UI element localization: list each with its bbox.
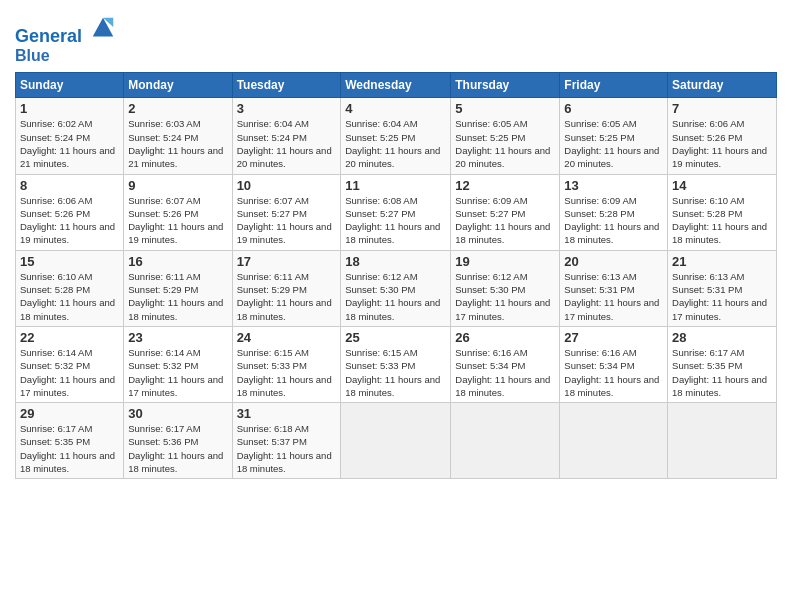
day-info: Sunrise: 6:16 AM Sunset: 5:34 PM Dayligh… (564, 346, 663, 399)
calendar-cell: 25 Sunrise: 6:15 AM Sunset: 5:33 PM Dayl… (341, 326, 451, 402)
day-number: 10 (237, 178, 337, 193)
day-number: 23 (128, 330, 227, 345)
day-info: Sunrise: 6:11 AM Sunset: 5:29 PM Dayligh… (128, 270, 227, 323)
day-info: Sunrise: 6:14 AM Sunset: 5:32 PM Dayligh… (128, 346, 227, 399)
calendar-cell: 27 Sunrise: 6:16 AM Sunset: 5:34 PM Dayl… (560, 326, 668, 402)
logo-text: General (15, 14, 117, 47)
day-number: 18 (345, 254, 446, 269)
day-number: 4 (345, 101, 446, 116)
calendar-cell: 24 Sunrise: 6:15 AM Sunset: 5:33 PM Dayl… (232, 326, 341, 402)
calendar-cell: 26 Sunrise: 6:16 AM Sunset: 5:34 PM Dayl… (451, 326, 560, 402)
day-info: Sunrise: 6:14 AM Sunset: 5:32 PM Dayligh… (20, 346, 119, 399)
calendar-table: SundayMondayTuesdayWednesdayThursdayFrid… (15, 72, 777, 479)
calendar-cell: 16 Sunrise: 6:11 AM Sunset: 5:29 PM Dayl… (124, 250, 232, 326)
day-number: 14 (672, 178, 772, 193)
calendar-cell: 12 Sunrise: 6:09 AM Sunset: 5:27 PM Dayl… (451, 174, 560, 250)
calendar-cell: 19 Sunrise: 6:12 AM Sunset: 5:30 PM Dayl… (451, 250, 560, 326)
calendar-cell: 8 Sunrise: 6:06 AM Sunset: 5:26 PM Dayli… (16, 174, 124, 250)
day-info: Sunrise: 6:13 AM Sunset: 5:31 PM Dayligh… (564, 270, 663, 323)
day-number: 24 (237, 330, 337, 345)
calendar-cell (451, 403, 560, 479)
day-number: 19 (455, 254, 555, 269)
day-number: 11 (345, 178, 446, 193)
day-info: Sunrise: 6:12 AM Sunset: 5:30 PM Dayligh… (345, 270, 446, 323)
day-info: Sunrise: 6:09 AM Sunset: 5:27 PM Dayligh… (455, 194, 555, 247)
day-number: 22 (20, 330, 119, 345)
day-info: Sunrise: 6:17 AM Sunset: 5:36 PM Dayligh… (128, 422, 227, 475)
calendar-header-row: SundayMondayTuesdayWednesdayThursdayFrid… (16, 73, 777, 98)
calendar-cell: 21 Sunrise: 6:13 AM Sunset: 5:31 PM Dayl… (668, 250, 777, 326)
day-info: Sunrise: 6:16 AM Sunset: 5:34 PM Dayligh… (455, 346, 555, 399)
day-info: Sunrise: 6:17 AM Sunset: 5:35 PM Dayligh… (672, 346, 772, 399)
day-number: 16 (128, 254, 227, 269)
day-info: Sunrise: 6:13 AM Sunset: 5:31 PM Dayligh… (672, 270, 772, 323)
calendar-cell (668, 403, 777, 479)
calendar-week-2: 8 Sunrise: 6:06 AM Sunset: 5:26 PM Dayli… (16, 174, 777, 250)
day-number: 25 (345, 330, 446, 345)
calendar-cell: 7 Sunrise: 6:06 AM Sunset: 5:26 PM Dayli… (668, 98, 777, 174)
calendar-cell: 10 Sunrise: 6:07 AM Sunset: 5:27 PM Dayl… (232, 174, 341, 250)
day-number: 6 (564, 101, 663, 116)
day-info: Sunrise: 6:15 AM Sunset: 5:33 PM Dayligh… (237, 346, 337, 399)
logo: General Blue (15, 14, 117, 64)
calendar-cell: 23 Sunrise: 6:14 AM Sunset: 5:32 PM Dayl… (124, 326, 232, 402)
calendar-header-sunday: Sunday (16, 73, 124, 98)
calendar-cell: 29 Sunrise: 6:17 AM Sunset: 5:35 PM Dayl… (16, 403, 124, 479)
day-number: 5 (455, 101, 555, 116)
calendar-week-1: 1 Sunrise: 6:02 AM Sunset: 5:24 PM Dayli… (16, 98, 777, 174)
calendar-header-tuesday: Tuesday (232, 73, 341, 98)
calendar-cell: 5 Sunrise: 6:05 AM Sunset: 5:25 PM Dayli… (451, 98, 560, 174)
day-info: Sunrise: 6:17 AM Sunset: 5:35 PM Dayligh… (20, 422, 119, 475)
calendar-cell: 13 Sunrise: 6:09 AM Sunset: 5:28 PM Dayl… (560, 174, 668, 250)
calendar-header-friday: Friday (560, 73, 668, 98)
calendar-cell (560, 403, 668, 479)
calendar-cell: 20 Sunrise: 6:13 AM Sunset: 5:31 PM Dayl… (560, 250, 668, 326)
day-info: Sunrise: 6:05 AM Sunset: 5:25 PM Dayligh… (455, 117, 555, 170)
day-number: 27 (564, 330, 663, 345)
day-number: 26 (455, 330, 555, 345)
day-number: 12 (455, 178, 555, 193)
day-number: 7 (672, 101, 772, 116)
day-number: 15 (20, 254, 119, 269)
calendar-cell: 11 Sunrise: 6:08 AM Sunset: 5:27 PM Dayl… (341, 174, 451, 250)
calendar-cell: 28 Sunrise: 6:17 AM Sunset: 5:35 PM Dayl… (668, 326, 777, 402)
calendar-page: General Blue SundayMondayTuesdayWednesda… (0, 0, 792, 489)
calendar-cell: 30 Sunrise: 6:17 AM Sunset: 5:36 PM Dayl… (124, 403, 232, 479)
calendar-cell: 4 Sunrise: 6:04 AM Sunset: 5:25 PM Dayli… (341, 98, 451, 174)
calendar-cell: 31 Sunrise: 6:18 AM Sunset: 5:37 PM Dayl… (232, 403, 341, 479)
day-number: 29 (20, 406, 119, 421)
calendar-cell: 2 Sunrise: 6:03 AM Sunset: 5:24 PM Dayli… (124, 98, 232, 174)
day-info: Sunrise: 6:10 AM Sunset: 5:28 PM Dayligh… (672, 194, 772, 247)
calendar-cell: 14 Sunrise: 6:10 AM Sunset: 5:28 PM Dayl… (668, 174, 777, 250)
calendar-cell: 18 Sunrise: 6:12 AM Sunset: 5:30 PM Dayl… (341, 250, 451, 326)
calendar-header-saturday: Saturday (668, 73, 777, 98)
day-info: Sunrise: 6:02 AM Sunset: 5:24 PM Dayligh… (20, 117, 119, 170)
day-number: 9 (128, 178, 227, 193)
day-number: 21 (672, 254, 772, 269)
calendar-week-5: 29 Sunrise: 6:17 AM Sunset: 5:35 PM Dayl… (16, 403, 777, 479)
day-number: 3 (237, 101, 337, 116)
day-info: Sunrise: 6:04 AM Sunset: 5:25 PM Dayligh… (345, 117, 446, 170)
day-number: 13 (564, 178, 663, 193)
logo-icon (89, 14, 117, 42)
day-info: Sunrise: 6:06 AM Sunset: 5:26 PM Dayligh… (672, 117, 772, 170)
calendar-cell: 17 Sunrise: 6:11 AM Sunset: 5:29 PM Dayl… (232, 250, 341, 326)
calendar-cell: 6 Sunrise: 6:05 AM Sunset: 5:25 PM Dayli… (560, 98, 668, 174)
calendar-header-thursday: Thursday (451, 73, 560, 98)
day-info: Sunrise: 6:18 AM Sunset: 5:37 PM Dayligh… (237, 422, 337, 475)
day-number: 17 (237, 254, 337, 269)
calendar-cell: 9 Sunrise: 6:07 AM Sunset: 5:26 PM Dayli… (124, 174, 232, 250)
day-number: 1 (20, 101, 119, 116)
calendar-cell: 22 Sunrise: 6:14 AM Sunset: 5:32 PM Dayl… (16, 326, 124, 402)
calendar-header-monday: Monday (124, 73, 232, 98)
day-info: Sunrise: 6:07 AM Sunset: 5:26 PM Dayligh… (128, 194, 227, 247)
day-info: Sunrise: 6:04 AM Sunset: 5:24 PM Dayligh… (237, 117, 337, 170)
day-number: 20 (564, 254, 663, 269)
day-info: Sunrise: 6:08 AM Sunset: 5:27 PM Dayligh… (345, 194, 446, 247)
calendar-week-3: 15 Sunrise: 6:10 AM Sunset: 5:28 PM Dayl… (16, 250, 777, 326)
calendar-cell: 1 Sunrise: 6:02 AM Sunset: 5:24 PM Dayli… (16, 98, 124, 174)
day-info: Sunrise: 6:15 AM Sunset: 5:33 PM Dayligh… (345, 346, 446, 399)
day-number: 31 (237, 406, 337, 421)
day-number: 8 (20, 178, 119, 193)
day-info: Sunrise: 6:11 AM Sunset: 5:29 PM Dayligh… (237, 270, 337, 323)
